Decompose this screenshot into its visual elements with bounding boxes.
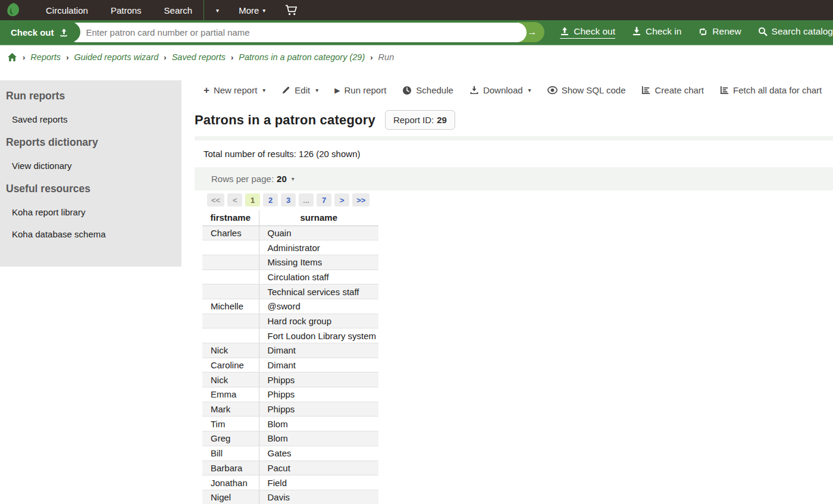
caret-down-icon: ▾: [528, 87, 531, 93]
caret-down-icon: ▾: [292, 176, 295, 182]
quicklink-check-out[interactable]: Check out: [560, 26, 615, 39]
caret-down-icon: ▾: [216, 7, 219, 14]
breadcrumb-reports[interactable]: Reports: [30, 52, 61, 62]
nav-more[interactable]: More▾: [227, 0, 277, 20]
caret-down-icon: ▾: [262, 7, 265, 14]
table-row: Fort Loudon Library system: [202, 328, 378, 343]
pagination-prev: <: [227, 193, 242, 206]
cell-surname: Phipps: [259, 402, 378, 417]
patron-search-group: Check out →: [0, 22, 544, 42]
cell-firstname: [202, 328, 259, 343]
cell-firstname: Mark: [202, 402, 259, 417]
pagination-page-1[interactable]: 1: [245, 193, 260, 206]
nav-circulation[interactable]: Circulation: [35, 0, 99, 20]
pagination-last[interactable]: >>: [352, 193, 369, 206]
koha-logo-icon: [6, 2, 23, 18]
cell-firstname: Bill: [202, 446, 259, 461]
cell-firstname: Greg: [202, 431, 259, 446]
fetch-all-data-button[interactable]: Fetch all data for chart: [720, 85, 822, 95]
cell-firstname: [202, 255, 259, 270]
cell-firstname: Tim: [202, 417, 259, 431]
run-report-button[interactable]: ▶ Run report: [334, 85, 386, 95]
cell-surname: Phipps: [259, 372, 378, 387]
breadcrumb-saved-reports[interactable]: Saved reports: [172, 52, 226, 62]
cell-surname: Administrator: [259, 240, 378, 255]
cell-firstname: Jonathan: [202, 475, 259, 490]
cell-surname: Field: [259, 475, 378, 490]
pagination-ellipsis: ...: [299, 193, 314, 206]
breadcrumb-separator: ›: [231, 53, 233, 62]
table-row: JonathanField: [202, 475, 378, 490]
cell-firstname: Nick: [202, 343, 259, 358]
cell-surname: Blom: [259, 417, 378, 431]
sidebar-item-koha-report-library[interactable]: Koha report library: [12, 207, 176, 217]
table-row: CarolineDimant: [202, 358, 378, 372]
patron-search-input[interactable]: [67, 23, 527, 42]
table-row: MarkPhipps: [202, 402, 378, 417]
cell-firstname: Charles: [202, 226, 259, 240]
breadcrumb: › Reports › Guided reports wizard › Save…: [0, 45, 833, 69]
cell-surname: Dimant: [259, 343, 378, 358]
checkout-search-type-button[interactable]: Check out: [0, 22, 80, 42]
quicklink-search-catalog[interactable]: Search catalog: [758, 26, 833, 38]
pagination-page-2[interactable]: 2: [263, 193, 278, 206]
cell-firstname: Emma: [202, 387, 259, 402]
cell-surname: Quain: [259, 226, 378, 240]
cell-surname: Pacut: [259, 461, 378, 475]
table-row: Hard rock group: [202, 314, 378, 328]
pagination-first: <<: [207, 193, 224, 206]
sidebar-item-view-dictionary[interactable]: View dictionary: [12, 161, 176, 171]
edit-button[interactable]: Edit ▾: [281, 85, 318, 95]
renew-icon: [698, 27, 708, 36]
cart-icon[interactable]: [285, 4, 298, 16]
upload-icon: [560, 27, 569, 36]
table-row: GregBlom: [202, 431, 378, 446]
table-row: NickPhipps: [202, 372, 378, 387]
results-section: Total number of results: 126 (20 shown) …: [195, 136, 833, 504]
pagination-next[interactable]: >: [334, 193, 349, 206]
quicklink-renew[interactable]: Renew: [698, 26, 741, 38]
rows-per-page-control[interactable]: Rows per page: 20 ▾: [195, 167, 833, 190]
nav-patrons[interactable]: Patrons: [99, 0, 153, 20]
eye-icon: [547, 86, 558, 95]
results-table: firstname surname CharlesQuain Administr…: [202, 210, 378, 504]
table-row: Michelle@sword: [202, 299, 378, 314]
breadcrumb-guided-reports-wizard[interactable]: Guided reports wizard: [74, 52, 158, 62]
search-dropdown-toggle[interactable]: ▾: [204, 0, 227, 20]
arrow-right-icon: →: [527, 27, 537, 37]
schedule-button[interactable]: Schedule: [402, 85, 453, 95]
cell-surname: Missing Items: [259, 255, 378, 270]
breadcrumb-report-name[interactable]: Patrons in a patron category (29): [239, 52, 365, 62]
column-header-surname: surname: [259, 210, 378, 226]
create-chart-button[interactable]: Create chart: [641, 85, 704, 95]
results-total: Total number of results: 126 (20 shown): [195, 140, 833, 159]
quicklink-check-in[interactable]: Check in: [632, 26, 681, 38]
download-button[interactable]: Download ▾: [469, 85, 531, 95]
pagination-page-3[interactable]: 3: [281, 193, 296, 206]
home-icon[interactable]: [7, 52, 17, 62]
table-row: NigelDavis: [202, 490, 378, 504]
cell-firstname: Michelle: [202, 299, 259, 314]
sidebar: Run reports Saved reports Reports dictio…: [0, 80, 181, 267]
cell-surname: Dimant: [259, 358, 378, 372]
top-navigation-bar: Circulation Patrons Search ▾ More▾: [0, 0, 833, 20]
table-row: EmmaPhipps: [202, 387, 378, 402]
breadcrumb-separator: ›: [370, 53, 372, 62]
table-row: CharlesQuain: [202, 226, 378, 240]
sidebar-heading-useful-resources: Useful resources: [6, 183, 176, 195]
quicklinks: Check out Check in Renew: [560, 26, 833, 39]
sidebar-item-saved-reports[interactable]: Saved reports: [12, 114, 176, 124]
report-id-badge: Report ID:29: [385, 110, 455, 130]
chart-icon: [720, 86, 729, 95]
breadcrumb-current-run: Run: [378, 52, 394, 62]
caret-down-icon: ▾: [262, 87, 265, 93]
cell-surname: Blom: [259, 431, 378, 446]
cell-firstname: [202, 314, 259, 328]
new-report-button[interactable]: + New report ▾: [203, 85, 265, 95]
sidebar-item-koha-database-schema[interactable]: Koha database schema: [12, 229, 176, 239]
chart-icon: [641, 86, 650, 95]
pagination-page-7[interactable]: 7: [317, 193, 331, 206]
table-row: Technical services staff: [202, 284, 378, 299]
show-sql-code-button[interactable]: Show SQL code: [547, 85, 626, 95]
nav-search[interactable]: Search: [153, 0, 204, 20]
